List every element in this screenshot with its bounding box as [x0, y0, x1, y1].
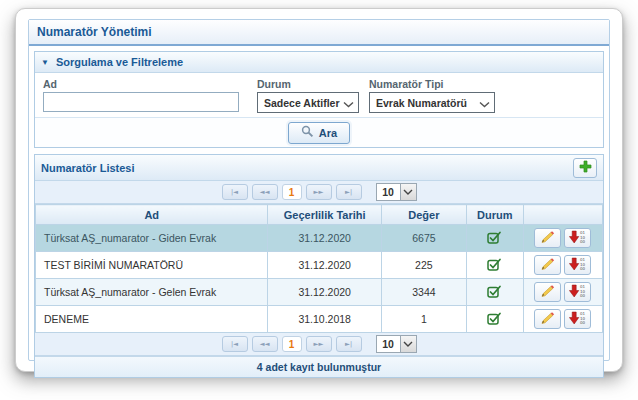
plus-icon [579, 160, 592, 176]
prev-page-button[interactable]: ◄◄ [252, 184, 278, 200]
current-page-button[interactable]: 1 [282, 336, 302, 352]
chevron-down-icon [400, 335, 417, 353]
pencil-icon [540, 257, 555, 274]
pencil-icon [540, 284, 555, 301]
cell-deger: 6675 [381, 225, 466, 252]
page-title: Numaratör Yönetimi [29, 20, 609, 46]
cell-durum [466, 279, 523, 306]
last-page-button[interactable]: ►| [336, 336, 362, 352]
durum-select-value: Sadece Aktifler [264, 97, 339, 109]
next-page-button[interactable]: ►► [306, 184, 332, 200]
filter-panel-title: Sorgulama ve Filtreleme [56, 56, 183, 68]
cell-ad: Türksat AŞ_numarator - Gelen Evrak [36, 279, 268, 306]
filter-panel: ▼ Sorgulama ve Filtreleme Ad Durum Sadec… [34, 51, 604, 148]
first-page-button[interactable]: |◄ [222, 184, 248, 200]
cell-ad: Türksat AŞ_numarator - Giden Evrak [36, 225, 268, 252]
chevron-down-icon [343, 94, 354, 112]
table-row[interactable]: Türksat AŞ_numarator - Gelen Evrak 31.12… [36, 279, 603, 306]
red-arrow-number-icon: 011000 [569, 311, 586, 328]
numarator-table: Ad Geçerlilik Tarihi Değer Durum Türksat… [35, 204, 603, 333]
numarator-yonetimi-panel: Numaratör Yönetimi ▼ Sorgulama ve Filtre… [28, 19, 610, 361]
filter-panel-header[interactable]: ▼ Sorgulama ve Filtreleme [35, 52, 603, 73]
edit-button[interactable] [534, 228, 561, 248]
paginator-bottom: |◄ ◄◄ 1 ►► ►| 10 [35, 333, 603, 356]
ad-label: Ad [43, 78, 239, 90]
table-row[interactable]: TEST BİRİMİ NUMARATÖRÜ 31.12.2020 225 01… [36, 252, 603, 279]
collapse-caret-icon: ▼ [41, 58, 49, 67]
next-page-button[interactable]: ►► [306, 336, 332, 352]
cell-durum [466, 252, 523, 279]
active-status-icon [487, 288, 502, 300]
red-arrow-number-icon: 011000 [569, 284, 586, 301]
svg-text:00: 00 [580, 239, 586, 244]
cell-tarih: 31.12.2020 [268, 225, 381, 252]
red-arrow-number-icon: 011000 [569, 257, 586, 274]
edit-button[interactable] [534, 255, 561, 275]
cell-actions: 011000 [523, 252, 602, 279]
edit-button[interactable] [534, 282, 561, 302]
cell-deger: 1 [381, 306, 466, 333]
durum-field: Durum Sadece Aktifler [257, 78, 359, 113]
numarator-tipi-label: Numaratör Tipi [369, 78, 495, 90]
cell-actions: 011000 [523, 225, 602, 252]
cell-deger: 3344 [381, 279, 466, 306]
page-size-value: 10 [376, 183, 400, 201]
durum-label: Durum [257, 78, 359, 90]
cell-ad: TEST BİRİMİ NUMARATÖRÜ [36, 252, 268, 279]
record-count: 4 adet kayıt bulunmuştur [35, 356, 603, 377]
cell-deger: 225 [381, 252, 466, 279]
page-size-select[interactable]: 10 [376, 335, 417, 353]
search-button[interactable]: Ara [288, 122, 350, 144]
column-header-deger[interactable]: Değer [381, 205, 466, 225]
column-header-actions [523, 205, 602, 225]
table-row[interactable]: Türksat AŞ_numarator - Giden Evrak 31.12… [36, 225, 603, 252]
cell-tarih: 31.10.2018 [268, 306, 381, 333]
page-size-select[interactable]: 10 [376, 183, 417, 201]
ad-field: Ad [43, 78, 239, 112]
pencil-icon [540, 230, 555, 247]
active-status-icon [487, 234, 502, 246]
red-arrow-number-icon: 011000 [569, 230, 586, 247]
list-panel-header: Numaratör Listesi [35, 155, 603, 181]
paginator-top: |◄ ◄◄ 1 ►► ►| 10 [35, 181, 603, 204]
add-button[interactable] [573, 158, 597, 178]
numarator-tipi-select[interactable]: Evrak Numaratörü [369, 92, 495, 113]
column-header-durum[interactable]: Durum [466, 205, 523, 225]
numarator-tipi-select-value: Evrak Numaratörü [376, 97, 467, 109]
assign-number-button[interactable]: 011000 [564, 282, 591, 302]
edit-button[interactable] [534, 309, 561, 329]
search-button-label: Ara [319, 127, 337, 139]
list-panel: Numaratör Listesi |◄ ◄◄ 1 ►► ►| 10 [34, 154, 604, 378]
chevron-down-icon [400, 183, 417, 201]
first-page-button[interactable]: |◄ [222, 336, 248, 352]
search-row: Ara [35, 117, 603, 147]
assign-number-button[interactable]: 011000 [564, 255, 591, 275]
page-body: ▼ Sorgulama ve Filtreleme Ad Durum Sadec… [29, 46, 609, 383]
cell-ad: DENEME [36, 306, 268, 333]
cell-tarih: 31.12.2020 [268, 252, 381, 279]
list-panel-title: Numaratör Listesi [41, 162, 135, 174]
cell-actions: 011000 [523, 279, 602, 306]
svg-text:00: 00 [580, 320, 586, 325]
search-icon [301, 125, 314, 140]
table-row[interactable]: DENEME 31.10.2018 1 011000 [36, 306, 603, 333]
column-header-tarih[interactable]: Geçerlilik Tarihi [268, 205, 381, 225]
assign-number-button[interactable]: 011000 [564, 228, 591, 248]
filter-form: Ad Durum Sadece Aktifler Numaratör Tipi … [35, 73, 603, 117]
assign-number-button[interactable]: 011000 [564, 309, 591, 329]
cell-durum [466, 225, 523, 252]
current-page-button[interactable]: 1 [282, 184, 302, 200]
screenshot-card: Numaratör Yönetimi ▼ Sorgulama ve Filtre… [15, 8, 623, 372]
durum-select[interactable]: Sadece Aktifler [257, 92, 359, 113]
svg-text:00: 00 [580, 293, 586, 298]
table-header-row: Ad Geçerlilik Tarihi Değer Durum [36, 205, 603, 225]
prev-page-button[interactable]: ◄◄ [252, 336, 278, 352]
cell-durum [466, 306, 523, 333]
ad-input[interactable] [43, 92, 239, 112]
column-header-ad[interactable]: Ad [36, 205, 268, 225]
svg-text:00: 00 [580, 266, 586, 271]
chevron-down-icon [479, 94, 490, 112]
cell-tarih: 31.12.2020 [268, 279, 381, 306]
last-page-button[interactable]: ►| [336, 184, 362, 200]
active-status-icon [487, 315, 502, 327]
